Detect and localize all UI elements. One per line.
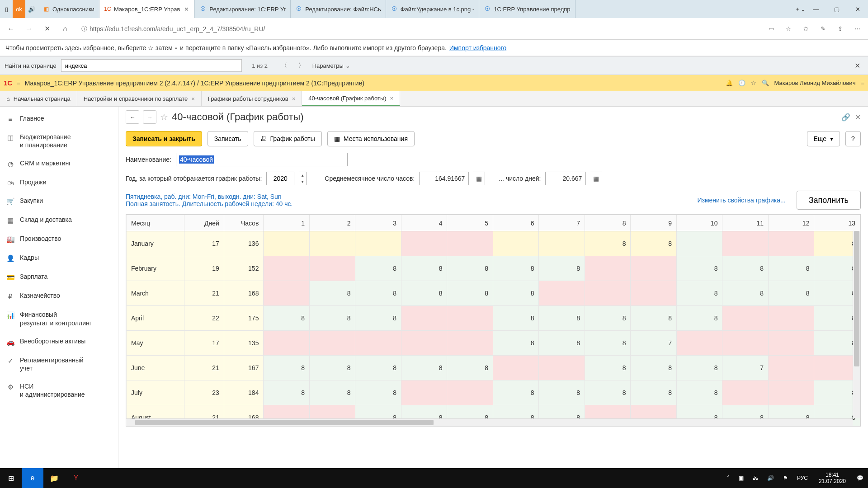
sidebar-item[interactable]: ◔ CRM и маркетинг xyxy=(0,154,118,173)
sidebar-item[interactable]: 🚗 Внеоборотные активы xyxy=(0,332,118,351)
day-cell[interactable]: 8 xyxy=(493,380,539,405)
day-cell[interactable] xyxy=(264,231,310,256)
name-input[interactable]: 40-часовой xyxy=(176,153,348,166)
day-cell[interactable] xyxy=(631,281,677,306)
day-cell[interactable]: 8 xyxy=(355,306,401,331)
day-cell[interactable] xyxy=(264,331,310,356)
table-header[interactable]: 11 xyxy=(722,215,769,231)
tray-chevron-icon[interactable]: ˄ xyxy=(724,475,732,481)
day-cell[interactable] xyxy=(264,256,310,281)
change-properties-link[interactable]: Изменить свойства графика... xyxy=(697,197,785,204)
day-cell[interactable]: 8 xyxy=(539,306,585,331)
day-cell[interactable]: 8 xyxy=(401,356,447,380)
day-cell[interactable] xyxy=(493,356,539,380)
sidebar-item[interactable]: ₽ Казначейство xyxy=(0,286,118,305)
day-cell[interactable]: 8 xyxy=(447,356,493,380)
avg-hours-value[interactable]: 164.91667 xyxy=(419,172,469,185)
site-info-icon[interactable]: ⓘ xyxy=(79,25,90,33)
import-favorites-link[interactable]: Импорт избранного xyxy=(449,44,506,52)
table-header[interactable]: 6 xyxy=(493,215,539,231)
table-header[interactable]: 10 xyxy=(676,215,722,231)
sidebar-item[interactable]: 🛒 Закупки xyxy=(0,192,118,211)
day-cell[interactable]: 8 xyxy=(355,380,401,405)
tab-actions-icon[interactable]: ▯ xyxy=(0,0,13,18)
table-row[interactable]: May1713588878 xyxy=(127,331,860,356)
day-cell[interactable]: 8 xyxy=(539,331,585,356)
schedule-button[interactable]: 🖶График работы xyxy=(254,131,322,146)
day-cell[interactable]: 8 xyxy=(676,380,722,405)
table-row[interactable]: July23184888888888 xyxy=(127,380,860,405)
day-cell[interactable]: 8 xyxy=(355,356,401,380)
day-cell[interactable] xyxy=(768,331,814,356)
day-cell[interactable]: 8 xyxy=(447,281,493,306)
day-cell[interactable] xyxy=(539,281,585,306)
table-header[interactable]: 12 xyxy=(768,215,814,231)
more-button[interactable]: Еще ▾ xyxy=(807,131,840,146)
day-cell[interactable]: 8 xyxy=(768,281,814,306)
sidebar-item[interactable]: 📊 Финансовыйрезультат и контроллинг xyxy=(0,305,118,332)
day-cell[interactable]: 8 xyxy=(631,306,677,331)
browser-tab[interactable]: ⦿ Редактирование: Файл:НСь xyxy=(291,0,386,18)
table-header[interactable]: Часов xyxy=(224,215,264,231)
sidebar-item[interactable]: ✓ Регламентированныйучет xyxy=(0,351,118,377)
day-cell[interactable] xyxy=(355,231,401,256)
explorer-taskbar-icon[interactable]: 📁 xyxy=(43,468,65,488)
maximize-button[interactable]: ▢ xyxy=(826,0,847,18)
sidebar-item[interactable]: 🏭 Производство xyxy=(0,230,118,249)
table-hscrollbar[interactable] xyxy=(126,418,853,426)
nav-forward-button[interactable]: → xyxy=(143,110,156,124)
table-row[interactable]: March21168888888888 xyxy=(127,281,860,306)
schedule-desc-line2[interactable]: Полная занятость. Длительность рабочей н… xyxy=(126,200,292,207)
day-cell[interactable]: 8 xyxy=(309,380,355,405)
sidebar-item[interactable]: ◫ Бюджетированиеи планирование xyxy=(0,128,118,154)
table-header[interactable]: 13 xyxy=(814,215,860,231)
day-cell[interactable] xyxy=(309,231,355,256)
find-close-button[interactable]: ✕ xyxy=(851,61,863,70)
tray-lang[interactable]: РУС xyxy=(794,475,811,481)
day-cell[interactable]: 8 xyxy=(585,306,631,331)
day-cell[interactable]: 8 xyxy=(676,281,722,306)
favorite-page-icon[interactable]: ☆ xyxy=(160,112,168,122)
browser-tab[interactable]: ◧ Одноклассники xyxy=(38,0,99,18)
sidebar-item[interactable]: 👤 Кадры xyxy=(0,249,118,267)
close-window-button[interactable]: ✕ xyxy=(847,0,868,18)
start-button[interactable]: ⊞ xyxy=(0,468,22,488)
day-cell[interactable]: 8 xyxy=(722,256,769,281)
day-cell[interactable] xyxy=(309,256,355,281)
day-cell[interactable] xyxy=(401,331,447,356)
onec-tab[interactable]: Настройки и справочники по зарплате× xyxy=(77,91,202,106)
day-cell[interactable] xyxy=(355,331,401,356)
schedule-table[interactable]: МесяцДнейЧасов12345678910111213January17… xyxy=(126,215,860,427)
day-cell[interactable]: 8 xyxy=(309,306,355,331)
year-spinner[interactable]: ▲▼ xyxy=(299,172,307,185)
calc-icon[interactable]: ▦ xyxy=(473,172,485,185)
day-cell[interactable] xyxy=(264,281,310,306)
day-cell[interactable]: 8 xyxy=(493,331,539,356)
sidebar-item[interactable]: ≡ Главное xyxy=(0,109,118,128)
onec-menu-button[interactable]: ≡ xyxy=(17,80,20,86)
tray-volume-icon[interactable]: 🔊 xyxy=(764,475,777,481)
find-parameters[interactable]: Параметры ⌄ xyxy=(312,62,350,69)
table-header[interactable]: 3 xyxy=(355,215,401,231)
sound-icon[interactable]: 🔊 xyxy=(25,0,38,18)
find-input[interactable] xyxy=(61,59,242,72)
user-name[interactable]: Макаров Леонид Михайлович xyxy=(774,80,856,86)
browser-tab[interactable]: ⦿ Файл:Удержание в 1с.png - xyxy=(386,0,480,18)
day-cell[interactable]: 8 xyxy=(401,281,447,306)
user-menu-icon[interactable]: ≡ xyxy=(861,80,864,86)
action-center-icon[interactable]: 💬 xyxy=(854,475,866,481)
day-cell[interactable]: 8 xyxy=(447,256,493,281)
browser-tab[interactable]: ⦿ Редактирование: 1С:ERP Уг xyxy=(195,0,291,18)
day-cell[interactable]: 8 xyxy=(585,356,631,380)
sidebar-item[interactable]: ▦ Склад и доставка xyxy=(0,211,118,230)
day-cell[interactable] xyxy=(401,306,447,331)
onec-tab[interactable]: 40-часовой (График работы)× xyxy=(302,91,400,106)
day-cell[interactable] xyxy=(585,256,631,281)
table-header[interactable]: 4 xyxy=(401,215,447,231)
onec-tab-close-icon[interactable]: × xyxy=(292,95,296,102)
day-cell[interactable] xyxy=(676,331,722,356)
day-cell[interactable] xyxy=(631,256,677,281)
tab-close-icon[interactable]: ✕ xyxy=(183,6,190,13)
day-cell[interactable] xyxy=(401,380,447,405)
table-header[interactable]: Месяц xyxy=(127,215,184,231)
